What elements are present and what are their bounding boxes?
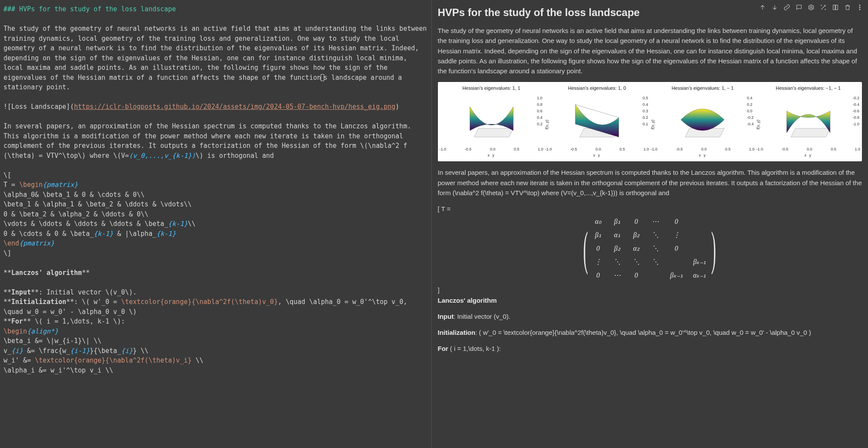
svg-marker-9	[791, 128, 830, 137]
image-alt: Loss Landscape	[11, 103, 66, 111]
init-line: Initialization: ( w'_0 = \textcolor{oran…	[438, 327, 862, 337]
matrix-equation: [ T =	[438, 204, 862, 214]
svg-point-3	[859, 5, 860, 6]
markdown-source-editor[interactable]: ### HVPs for the study of the loss lands…	[0, 0, 432, 448]
delete-button[interactable]	[843, 3, 852, 12]
svg-rect-1	[833, 5, 835, 10]
image-syntax-open: ![	[3, 103, 11, 111]
subplot: Hessian's eigenvalues: −1, − 1-0.2-0.4-0…	[756, 85, 860, 159]
subplot: Hessian's eigenvalues: 1, 11.00.80.60.40…	[440, 85, 543, 159]
matrix-close: ]	[438, 285, 862, 295]
mirror-button[interactable]	[831, 3, 840, 12]
magic-button[interactable]	[819, 3, 828, 12]
svg-point-5	[859, 9, 860, 10]
algo-title-src: Lanczos' algorithm	[11, 269, 82, 277]
matrix-source: \[ T = \begin{pmatrix} \alpha_0& \beta_1…	[3, 171, 196, 257]
svg-point-4	[859, 7, 860, 8]
link-button[interactable]	[782, 3, 792, 12]
algo-title: Lanczos' algorithm	[438, 297, 497, 304]
image-url[interactable]: https://iclr-blogposts.github.io/2024/as…	[74, 103, 396, 111]
preview-para1: The study of the geometry of neural netw…	[438, 26, 862, 76]
move-up-button[interactable]	[758, 3, 767, 12]
move-down-button[interactable]	[770, 3, 779, 12]
svg-rect-2	[836, 5, 838, 10]
source-para2a: In several papers, an approximation of t…	[3, 122, 415, 150]
text-cursor	[321, 74, 324, 81]
preview-para2: In several papers, an approximation of t…	[438, 167, 862, 198]
svg-marker-6	[474, 128, 513, 137]
svg-point-0	[810, 7, 812, 8]
more-button[interactable]	[855, 3, 865, 12]
markdown-preview[interactable]: HVPs for the study of the loss landscape…	[432, 0, 868, 448]
subplot: Hessian's eigenvalues: 1, 00.50.40.30.20…	[545, 85, 649, 159]
for-line: For ( i = 1,\dots, k-1 ):	[438, 343, 862, 353]
comment-button[interactable]	[794, 3, 804, 12]
settings-button[interactable]	[806, 3, 816, 12]
cell-toolbar	[758, 3, 865, 12]
rendered-matrix: ( α₀β₁0⋯0β₁α₁β₂⋱⋮0β₂α₂⋱0⋮⋱⋱⋱βₖ₋₁0⋯0βₖ₋₁α…	[438, 216, 862, 281]
source-heading: ### HVPs for the study of the loss lands…	[3, 5, 176, 13]
matrix-lhs: [ T =	[438, 204, 451, 214]
source-para1: The study of the geometry of neural netw…	[3, 25, 431, 91]
hessian-figure: Hessian's eigenvalues: 1, 11.00.80.60.40…	[438, 82, 862, 161]
subplot: Hessian's eigenvalues: 1, − 10.40.20.0-0…	[651, 85, 754, 159]
input-line: Input: Initial vector (v_0).	[438, 311, 862, 321]
